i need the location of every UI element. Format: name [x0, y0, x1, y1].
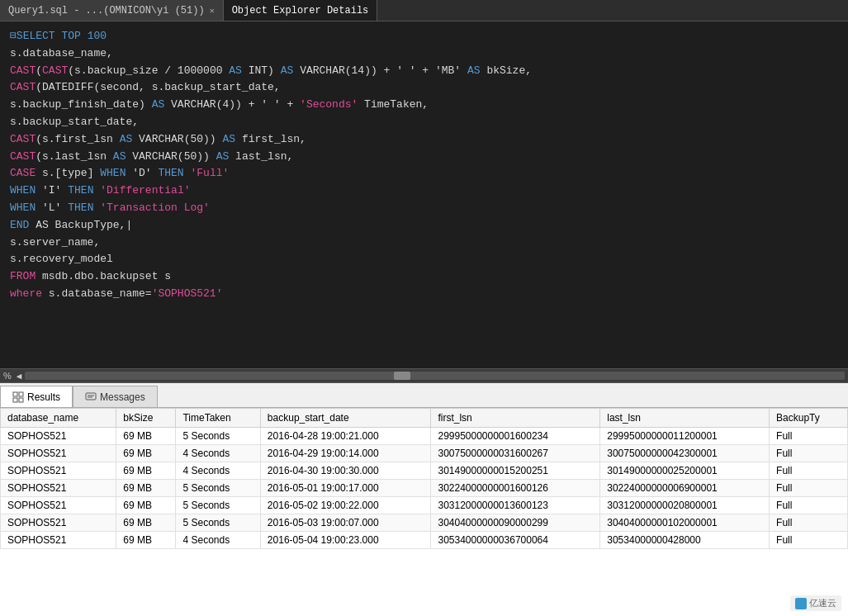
sql-line: CASE s.[type] WHEN 'D' THEN 'Full'	[10, 165, 838, 182]
sql-line: s.database_name,	[10, 45, 838, 63]
table-cell: 30312000000020800001	[600, 497, 770, 514]
sql-line: CAST(CAST(s.backup_size / 1000000 AS INT…	[10, 63, 838, 80]
table-cell: 2016-05-01 19:00:17.000	[260, 480, 431, 497]
tab-object-explorer[interactable]: Object Explorer Details	[224, 0, 378, 21]
tab-results-label: Results	[27, 391, 60, 403]
table-cell: 69 MB	[116, 514, 176, 532]
table-cell: 30312000000013600123	[431, 497, 600, 514]
sql-line: WHEN 'I' THEN 'Differential'	[10, 182, 838, 200]
table-cell: SOPHOS521	[1, 514, 116, 532]
table-cell: 29995000000011200001	[600, 428, 770, 445]
table-cell: 30534000000036700064	[431, 532, 600, 549]
table-cell: 30534000000428000	[600, 532, 770, 549]
svg-rect-0	[13, 392, 17, 396]
table-cell: 5 Seconds	[176, 497, 260, 514]
table-cell: 30224000000001600126	[431, 480, 600, 497]
table-cell: Full	[770, 445, 848, 462]
table-cell: Full	[770, 462, 848, 480]
tab-query-label: Query1.sql - ...(OMNICON\yi (51))	[8, 5, 205, 17]
tab-messages-label: Messages	[100, 391, 145, 403]
scrollbar-area[interactable]: % ◀	[0, 368, 848, 383]
tab-object-explorer-label: Object Explorer Details	[232, 5, 369, 17]
table-row: SOPHOS52169 MB5 Seconds2016-05-01 19:00:…	[1, 480, 848, 497]
tab-messages[interactable]: Messages	[73, 386, 158, 407]
tab-query[interactable]: Query1.sql - ...(OMNICON\yi (51)) ✕	[0, 0, 224, 21]
sql-editor[interactable]: ⊟SELECT TOP 100s.database_name,CAST(CAST…	[0, 21, 848, 368]
table-cell: 5 Seconds	[176, 514, 260, 532]
table-cell: 69 MB	[116, 462, 176, 480]
table-cell: SOPHOS521	[1, 462, 116, 480]
table-cell: 5 Seconds	[176, 428, 260, 445]
table-cell: 69 MB	[116, 532, 176, 549]
table-cell: 4 Seconds	[176, 462, 260, 480]
table-row: SOPHOS52169 MB5 Seconds2016-05-02 19:00:…	[1, 497, 848, 514]
message-icon	[85, 391, 97, 403]
sql-line: CAST(s.first_lsn AS VARCHAR(50)) AS firs…	[10, 131, 838, 149]
sql-line: s.server_name,	[10, 235, 838, 252]
table-cell: 30075000000042300001	[600, 445, 770, 462]
sql-line: where s.database_name='SOPHOS521'	[10, 286, 838, 303]
table-cell: 30404000000090000299	[431, 514, 600, 532]
watermark-logo	[795, 598, 807, 609]
table-cell: SOPHOS521	[1, 532, 116, 549]
sql-line: ⊟SELECT TOP 100	[10, 28, 838, 45]
table-cell: SOPHOS521	[1, 445, 116, 462]
table-header: bkSize	[116, 409, 176, 428]
table-row: SOPHOS52169 MB5 Seconds2016-04-28 19:00:…	[1, 428, 848, 445]
table-cell: Full	[770, 497, 848, 514]
grid-icon	[12, 391, 24, 403]
table-cell: 4 Seconds	[176, 532, 260, 549]
table-header: BackupTy	[770, 409, 848, 428]
table-header: backup_start_date	[260, 409, 431, 428]
table-cell: 69 MB	[116, 428, 176, 445]
sql-line: s.backup_finish_date) AS VARCHAR(4)) + '…	[10, 97, 838, 114]
close-tab-icon[interactable]: ✕	[210, 6, 215, 16]
sql-line: CAST(DATEDIFF(second, s.backup_start_dat…	[10, 79, 838, 97]
table-cell: SOPHOS521	[1, 480, 116, 497]
table-header: first_lsn	[431, 409, 600, 428]
table-cell: Full	[770, 514, 848, 532]
table-cell: 30149000000015200251	[431, 462, 600, 480]
sql-line: s.recovery_model	[10, 251, 838, 268]
table-header: database_name	[1, 409, 116, 428]
results-table-wrapper[interactable]: database_namebkSizeTimeTakenbackup_start…	[0, 408, 848, 616]
svg-rect-2	[13, 398, 17, 402]
sql-line: s.backup_start_date,	[10, 114, 838, 131]
sql-line: FROM msdb.dbo.backupset s	[10, 268, 838, 286]
table-cell: 29995000000001600234	[431, 428, 600, 445]
svg-rect-3	[19, 398, 23, 402]
table-header: TimeTaken	[176, 409, 260, 428]
table-cell: 5 Seconds	[176, 480, 260, 497]
table-header: last_lsn	[600, 409, 770, 428]
svg-rect-4	[86, 393, 96, 400]
table-cell: 2016-05-02 19:00:22.000	[260, 497, 431, 514]
results-tabs: Results Messages	[0, 383, 848, 408]
table-cell: 30224000000006900001	[600, 480, 770, 497]
table-cell: Full	[770, 480, 848, 497]
scroll-left-arrow[interactable]: ◀	[17, 371, 22, 381]
table-cell: 2016-04-28 19:00:21.000	[260, 428, 431, 445]
sql-line: CAST(s.last_lsn AS VARCHAR(50)) AS last_…	[10, 149, 838, 166]
tab-bar: Query1.sql - ...(OMNICON\yi (51)) ✕ Obje…	[0, 0, 848, 21]
tab-results[interactable]: Results	[0, 386, 73, 407]
table-cell: 2016-04-30 19:00:30.000	[260, 462, 431, 480]
table-cell: SOPHOS521	[1, 428, 116, 445]
table-cell: SOPHOS521	[1, 497, 116, 514]
table-cell: 30404000000102000001	[600, 514, 770, 532]
table-row: SOPHOS52169 MB4 Seconds2016-04-29 19:00:…	[1, 445, 848, 462]
table-cell: 30075000000031600267	[431, 445, 600, 462]
table-cell: 4 Seconds	[176, 445, 260, 462]
results-table: database_namebkSizeTimeTakenbackup_start…	[0, 408, 848, 549]
table-cell: Full	[770, 532, 848, 549]
table-cell: 69 MB	[116, 497, 176, 514]
table-cell: 30149000000025200001	[600, 462, 770, 480]
sql-line: END AS BackupType,|	[10, 217, 838, 235]
scroll-percent: %	[3, 371, 12, 381]
scrollbar-thumb[interactable]	[394, 372, 410, 380]
table-cell: 69 MB	[116, 480, 176, 497]
svg-rect-1	[19, 392, 23, 396]
sql-line: WHEN 'L' THEN 'Transaction Log'	[10, 200, 838, 217]
table-row: SOPHOS52169 MB5 Seconds2016-05-03 19:00:…	[1, 514, 848, 532]
watermark: 亿速云	[790, 595, 841, 611]
scrollbar-track[interactable]	[25, 372, 845, 380]
